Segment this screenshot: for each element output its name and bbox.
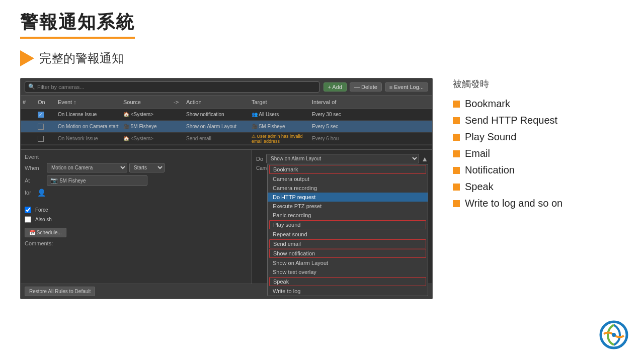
feature-list: Bookmark Send HTTP Request Play Sound Em… bbox=[453, 98, 634, 209]
col-header-target: Target bbox=[252, 99, 312, 105]
trigger-label: 被觸發時 bbox=[453, 78, 634, 90]
camera-field[interactable]: 📷 5M Fisheye bbox=[47, 175, 147, 186]
interval-row: for 👤 bbox=[25, 189, 248, 197]
arrow-icon bbox=[20, 50, 34, 66]
dropdown-item-speak[interactable]: Speak bbox=[269, 277, 426, 286]
bullet-icon bbox=[453, 117, 460, 124]
row3-checkbox[interactable] bbox=[38, 136, 44, 142]
feature-text: Notification bbox=[465, 164, 515, 176]
feature-text: Bookmark bbox=[465, 98, 510, 110]
bullet-icon bbox=[453, 134, 460, 141]
col-header-on: On bbox=[38, 99, 58, 105]
feature-text: Play Sound bbox=[465, 131, 516, 143]
dropdown-item-alarm-layout[interactable]: Show on Alarm Layout bbox=[268, 258, 428, 267]
search-placeholder: Filter by cameras... bbox=[37, 84, 85, 90]
dropdown-item-camera-output[interactable]: Camera output bbox=[268, 174, 428, 184]
delete-button[interactable]: — Delete bbox=[350, 82, 382, 92]
camera-name: 5M Fisheye bbox=[60, 178, 86, 184]
dropdown-item-play-sound[interactable]: Play sound bbox=[269, 220, 426, 229]
action-header: Do Show on Alarm Layout ▲ bbox=[256, 154, 428, 163]
also-checkbox[interactable] bbox=[25, 216, 31, 223]
feature-text: Email bbox=[465, 148, 490, 159]
bullet-icon bbox=[453, 200, 460, 207]
subtitle-text: 完整的警報通知 bbox=[39, 50, 124, 66]
col-header-event: Event ↑ bbox=[58, 99, 123, 105]
user-icon: 👤 bbox=[37, 189, 46, 197]
bullet-icon bbox=[453, 167, 460, 174]
feature-item: Bookmark bbox=[453, 98, 634, 110]
starts-select[interactable]: Starts bbox=[129, 163, 165, 172]
dropdown-item-show-notification[interactable]: Show notification bbox=[269, 249, 426, 258]
feature-item: Play Sound bbox=[453, 131, 634, 143]
col-header-interval: Interval of bbox=[312, 99, 352, 105]
also-row: Also sh bbox=[25, 216, 248, 223]
event-panel: Event When Motion on Camera Starts At 📷 … bbox=[21, 150, 252, 296]
title-section: 警報通知系統 bbox=[20, 10, 135, 39]
event-log-button[interactable]: ≡ Event Log... bbox=[385, 82, 428, 92]
col-header-arrow: -> bbox=[174, 99, 186, 105]
search-icon: 🔍 bbox=[28, 83, 35, 90]
search-bar[interactable]: 🔍 Filter by cameras... bbox=[25, 81, 319, 93]
toolbar-buttons: + Add — Delete ≡ Event Log... bbox=[324, 82, 429, 92]
table-header: # On Event ↑ Source -> Action Target Int… bbox=[21, 96, 432, 109]
table-row[interactable]: On License Issue 🏠 <System> Show notific… bbox=[21, 109, 432, 121]
collapse-icon[interactable]: ▲ bbox=[421, 155, 428, 163]
force-checkbox[interactable] bbox=[25, 207, 31, 213]
subtitle-section: 完整的警報通知 bbox=[20, 50, 124, 66]
do-label: Do bbox=[256, 156, 263, 162]
panel-separator bbox=[21, 145, 432, 150]
title-underline bbox=[20, 37, 135, 39]
logo-container bbox=[599, 320, 629, 352]
col-header-source: Source bbox=[123, 99, 174, 105]
col-header-action: Action bbox=[186, 99, 252, 105]
add-button[interactable]: + Add bbox=[324, 82, 347, 92]
for-label: for bbox=[25, 190, 31, 196]
dropdown-item-ptz[interactable]: Execute PTZ preset bbox=[268, 202, 428, 211]
camera-icon: 📷 bbox=[50, 177, 58, 184]
toolbar: 🔍 Filter by cameras... + Add — Delete ≡ … bbox=[21, 78, 432, 96]
dropdown-item-camera-recording[interactable]: Camera recording bbox=[268, 184, 428, 193]
at-label: At bbox=[25, 177, 45, 184]
dropdown-item-http[interactable]: Do HTTP request bbox=[268, 193, 428, 202]
bullet-icon bbox=[453, 184, 460, 191]
force-label: Force bbox=[35, 207, 48, 213]
feature-item: Email bbox=[453, 148, 634, 159]
schedule-button[interactable]: 📅 Schedule... bbox=[25, 228, 66, 237]
feature-item: Notification bbox=[453, 164, 634, 176]
company-logo bbox=[599, 320, 629, 350]
feature-item: Write to log and so on bbox=[453, 198, 634, 209]
row1-checkbox[interactable] bbox=[38, 112, 44, 118]
dropdown-item-panic[interactable]: Panic recording bbox=[268, 211, 428, 220]
dropdown-item-repeat-sound[interactable]: Repeat sound bbox=[268, 230, 428, 239]
action-panel: Do Show on Alarm Layout ▲ Cameras: Bookm… bbox=[252, 150, 432, 296]
force-row: Force bbox=[25, 207, 248, 213]
page-title: 警報通知系統 bbox=[20, 10, 135, 35]
svg-point-1 bbox=[612, 333, 616, 337]
feature-text: Write to log and so on bbox=[465, 198, 562, 209]
action-select[interactable]: Show on Alarm Layout bbox=[266, 154, 419, 163]
screenshot-container: 🔍 Filter by cameras... + Add — Delete ≡ … bbox=[20, 78, 433, 299]
when-label: When bbox=[25, 165, 45, 171]
bullet-icon bbox=[453, 150, 460, 157]
table-row[interactable]: On Network Issue 🏠 <System> Send email ⚠… bbox=[21, 133, 432, 145]
when-row: When Motion on Camera Starts bbox=[25, 163, 248, 172]
motion-select[interactable]: Motion on Camera bbox=[47, 163, 127, 172]
dropdown-item-write-log[interactable]: Write to log bbox=[268, 287, 428, 296]
feature-text: Speak bbox=[465, 181, 494, 193]
comments-row: Comments: bbox=[25, 240, 248, 246]
bullet-icon bbox=[453, 101, 460, 108]
event-panel-label: Event bbox=[25, 154, 248, 160]
feature-text: Send HTTP Request bbox=[465, 115, 557, 126]
dropdown-menu: Bookmark Camera output Camera recording … bbox=[267, 164, 428, 296]
row2-checkbox[interactable] bbox=[38, 124, 44, 130]
table-row[interactable]: On Motion on Camera start 🎥 5M Fisheye S… bbox=[21, 121, 432, 133]
comments-label: Comments: bbox=[25, 240, 53, 246]
dropdown-item-send-email[interactable]: Send email bbox=[269, 239, 426, 248]
also-label: Also sh bbox=[35, 217, 52, 222]
feature-item: Speak bbox=[453, 181, 634, 193]
dropdown-item-bookmark[interactable]: Bookmark bbox=[269, 165, 426, 174]
col-header-hash: # bbox=[23, 99, 38, 105]
feature-panel: 被觸發時 Bookmark Send HTTP Request Play Sou… bbox=[453, 78, 634, 214]
dropdown-item-text-overlay[interactable]: Show text overlay bbox=[268, 267, 428, 277]
restore-button[interactable]: Restore All Rules to Default bbox=[25, 287, 95, 296]
